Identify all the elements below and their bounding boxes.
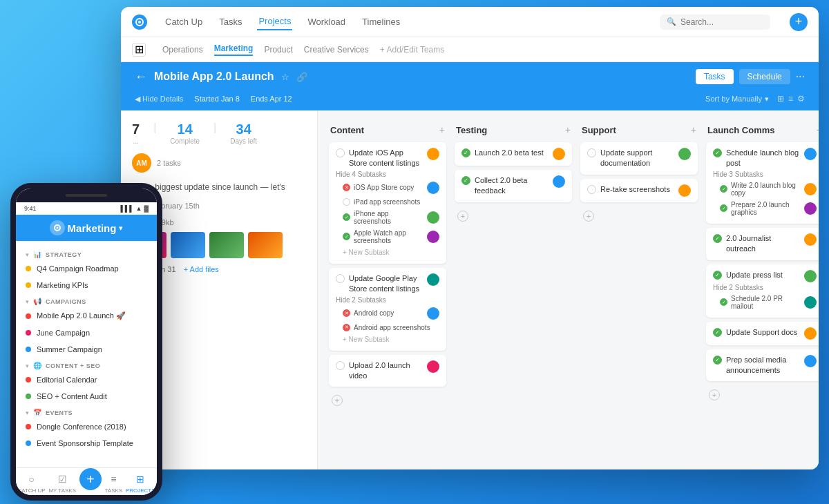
col-add-testing[interactable]: + (565, 124, 571, 135)
tasks-view-button[interactable]: Tasks (696, 69, 734, 84)
phone-status-bar: 9:41 ▌▌▌ ▲ ▓ (16, 202, 157, 215)
col-header-support: Support + (580, 122, 698, 138)
search-input[interactable] (680, 17, 763, 27)
search-bar[interactable]: 🔍 (660, 14, 770, 30)
nav-item-label: Event Sponsorship Template (37, 439, 133, 447)
nav-catchup[interactable]: Catch Up (164, 14, 204, 30)
tab-product[interactable]: Product (264, 45, 292, 55)
more-options-icon[interactable]: ··· (796, 70, 805, 83)
nav-tasks[interactable]: Tasks (218, 14, 243, 30)
task-checkbox[interactable]: ✓ (461, 148, 470, 157)
project-title: Mobile App 2.0 Launch (154, 70, 274, 83)
subtask-checkbox[interactable]: ✓ (720, 185, 727, 193)
phone-nav-item[interactable]: Event Sponsorship Template (16, 435, 157, 452)
phone-nav-item[interactable]: SEO + Content Audit (16, 388, 157, 405)
nav-timelines[interactable]: Timelines (361, 14, 401, 30)
add-files-button[interactable]: + Add files (184, 265, 219, 273)
add-card-button[interactable]: + (580, 206, 698, 226)
phone-bottom-projects[interactable]: ⊞ PROJECTS (126, 472, 155, 494)
task-checkbox[interactable] (336, 274, 345, 283)
thumbnail-4[interactable] (248, 232, 283, 258)
new-subtask-button[interactable]: + New Subtask (336, 333, 439, 345)
task-checkbox[interactable]: ✓ (713, 234, 722, 243)
subtask-checkbox[interactable]: ✕ (343, 184, 350, 191)
subtask-avatar (804, 296, 817, 309)
task-card-row: ✓ Prep social media announcements (713, 355, 817, 376)
task-checkbox[interactable]: ✓ (713, 356, 722, 365)
tab-add-teams[interactable]: + Add/Edit Teams (380, 45, 445, 55)
subtask-checkbox[interactable]: ✓ (720, 298, 727, 306)
tab-marketing[interactable]: Marketing (214, 43, 254, 56)
phone-section-events: ▾ 📅 EVENTS (16, 405, 157, 418)
sort-button[interactable]: Sort by Manually ▾ (705, 95, 769, 104)
phone-bottom-add[interactable]: + (79, 472, 102, 494)
phone-nav-item[interactable]: June Campaign (16, 324, 157, 341)
phone-nav-item[interactable]: Mobile App 2.0 Launch 🚀 (16, 307, 157, 324)
hide-details-button[interactable]: ◀ Hide Details (135, 95, 183, 104)
sidebar-toggle[interactable]: ⊞ (132, 43, 146, 57)
subtask-toggle[interactable]: Hide 2 Subtasks (336, 295, 439, 305)
filter-icon[interactable]: ⚙ (797, 94, 805, 104)
star-icon[interactable]: ☆ (281, 72, 289, 82)
thumbnail-2[interactable] (171, 232, 205, 258)
add-card-button[interactable]: + (329, 391, 446, 410)
subtask-toggle[interactable]: Hide 3 Subtasks (713, 169, 817, 180)
task-avatar (804, 327, 817, 340)
dot-icon (26, 377, 31, 382)
phone-bottom-tasks[interactable]: ≡ TASKS (105, 472, 123, 494)
schedule-view-button[interactable]: Schedule (739, 69, 790, 84)
col-add-support[interactable]: + (691, 124, 696, 135)
phone-nav-item[interactable]: Dongle Conference (2018) (16, 418, 157, 435)
subtask-checkbox[interactable]: ✓ (720, 204, 727, 212)
subtask-toggle[interactable]: Hide 2 Subtasks (713, 282, 817, 293)
task-checkbox[interactable]: ✓ (713, 271, 722, 280)
phone-nav-item[interactable]: Q4 Campaign Roadmap (16, 260, 157, 277)
phone-nav-item[interactable]: Editorial Calendar (16, 371, 157, 388)
col-add-content[interactable]: + (439, 124, 445, 135)
tasks-icon: ≡ (106, 472, 120, 486)
task-card: ✓ Update press list Hide 2 Subtasks ✓ Sc… (706, 264, 819, 318)
task-checkbox[interactable] (336, 148, 345, 157)
phone-bottom-catchup[interactable]: ○ CATCH UP (17, 472, 45, 494)
subtask-toggle[interactable]: Hide 4 Subtasks (336, 169, 439, 180)
col-add-launch-comms[interactable]: + (817, 124, 819, 135)
phone-nav-chevron[interactable]: ▾ (119, 224, 123, 233)
app-logo[interactable] (132, 14, 147, 30)
thumbnail-3[interactable] (209, 232, 244, 258)
add-icon[interactable]: + (79, 468, 102, 490)
phone-section-chevron[interactable]: ▾ (26, 362, 29, 369)
phone-section-chevron[interactable]: ▾ (26, 251, 29, 258)
phone-nav-item[interactable]: Marketing KPIs (16, 277, 157, 293)
subtask-checkbox[interactable] (343, 198, 350, 206)
task-checkbox[interactable] (587, 148, 596, 157)
subtask-checkbox[interactable]: ✕ (343, 324, 350, 331)
subtask-checkbox[interactable]: ✓ (343, 213, 350, 221)
add-card-button[interactable]: + (706, 385, 819, 405)
grid-view-icon[interactable]: ⊞ (777, 94, 784, 104)
subtask-checkbox[interactable]: ✕ (343, 309, 350, 317)
back-button[interactable]: ← (135, 70, 147, 84)
phone-nav-item[interactable]: Summer Campaign (16, 341, 157, 358)
tab-creative-services[interactable]: Creative Services (304, 45, 369, 55)
phone-bottom-mytasks[interactable]: ☑ MY TASKS (48, 472, 76, 494)
task-checkbox[interactable] (336, 361, 345, 370)
add-card-icon: + (583, 211, 594, 222)
nav-workload[interactable]: Workload (306, 14, 347, 30)
link-icon[interactable]: 🔗 (296, 72, 307, 82)
strategy-icon: 📊 (33, 251, 41, 258)
svg-point-1 (138, 21, 141, 23)
task-checkbox[interactable] (587, 185, 596, 194)
list-view-icon[interactable]: ≡ (788, 94, 793, 104)
nav-projects[interactable]: Projects (257, 13, 292, 30)
task-card: ✓ Collect 2.0 beta feedback (455, 170, 572, 202)
task-checkbox[interactable]: ✓ (713, 148, 722, 157)
tab-operations[interactable]: Operations (162, 45, 203, 55)
phone-section-chevron[interactable]: ▾ (26, 298, 29, 305)
add-button[interactable]: + (790, 13, 808, 31)
new-subtask-button[interactable]: + New Subtask (336, 246, 439, 258)
phone-section-chevron[interactable]: ▾ (26, 409, 29, 416)
add-card-button[interactable]: + (455, 206, 572, 226)
task-checkbox[interactable]: ✓ (461, 176, 470, 185)
subtask-checkbox[interactable]: ✓ (343, 233, 350, 240)
task-checkbox[interactable]: ✓ (713, 328, 722, 337)
